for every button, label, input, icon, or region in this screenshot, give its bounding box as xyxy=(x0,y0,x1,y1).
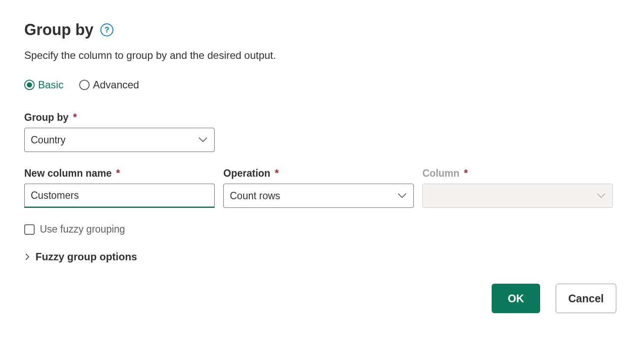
operation-dropdown[interactable]: Count rows xyxy=(223,184,414,208)
group-by-dropdown[interactable]: Country xyxy=(24,128,215,152)
fuzzy-options-expander[interactable]: Fuzzy group options xyxy=(24,251,620,263)
radio-basic[interactable]: Basic xyxy=(24,79,64,91)
dialog-header: Group by ? xyxy=(24,21,620,39)
radio-advanced[interactable]: Advanced xyxy=(79,79,139,91)
new-column-label: New column name * xyxy=(24,168,215,179)
required-asterisk: * xyxy=(464,168,468,179)
operation-value: Count rows xyxy=(230,190,397,202)
group-by-field: Group by * Country xyxy=(24,112,620,152)
help-icon[interactable]: ? xyxy=(100,23,113,36)
chevron-right-icon xyxy=(24,252,30,262)
radio-advanced-label: Advanced xyxy=(93,79,139,91)
dialog-description: Specify the column to group by and the d… xyxy=(24,49,620,61)
required-asterisk: * xyxy=(116,168,120,179)
checkbox-icon xyxy=(24,224,35,235)
chevron-down-icon xyxy=(596,191,606,201)
radio-circle-icon xyxy=(24,80,35,90)
group-by-label: Group by * xyxy=(24,112,620,123)
column-dropdown xyxy=(422,184,613,208)
chevron-down-icon xyxy=(397,191,407,201)
new-column-input[interactable] xyxy=(24,184,215,208)
fuzzy-grouping-checkbox[interactable]: Use fuzzy grouping xyxy=(24,223,620,235)
operation-label: Operation * xyxy=(223,168,414,179)
column-label: Column * xyxy=(422,168,613,179)
required-asterisk: * xyxy=(73,112,77,123)
chevron-down-icon xyxy=(198,135,208,145)
group-by-value: Country xyxy=(31,134,198,146)
fuzzy-options-label: Fuzzy group options xyxy=(35,251,137,263)
new-column-field: New column name * xyxy=(24,168,215,208)
column-field: Column * xyxy=(422,168,613,208)
radio-circle-icon xyxy=(79,80,90,90)
aggregation-row: New column name * Operation * Count rows… xyxy=(24,168,620,208)
radio-basic-label: Basic xyxy=(38,79,64,91)
operation-field: Operation * Count rows xyxy=(223,168,414,208)
ok-button[interactable]: OK xyxy=(492,284,540,313)
fuzzy-grouping-label: Use fuzzy grouping xyxy=(40,223,125,235)
required-asterisk: * xyxy=(275,168,279,179)
cancel-button[interactable]: Cancel xyxy=(556,284,616,313)
dialog-buttons: OK Cancel xyxy=(24,284,620,313)
mode-radio-group: Basic Advanced xyxy=(24,79,620,91)
dialog-title: Group by xyxy=(24,21,93,39)
